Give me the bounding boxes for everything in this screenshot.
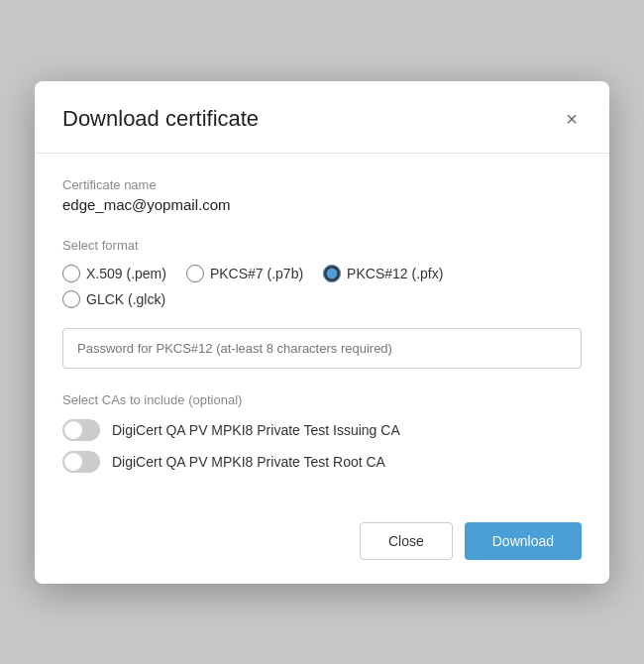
format-option-pkcs7[interactable]: PKCS#7 (.p7b): [186, 265, 303, 282]
modal-overlay: Download certificate × Certificate name …: [0, 0, 644, 664]
ca-1-label: DigiCert QA PV MPKI8 Private Test Issuin…: [112, 422, 400, 438]
format-section: Select format X.509 (.pem) PKCS#7 (.p7b)…: [62, 238, 582, 308]
download-certificate-modal: Download certificate × Certificate name …: [35, 81, 609, 584]
certificate-name-label: Certificate name: [62, 177, 582, 192]
ca-section-label: Select CAs to include (optional): [62, 392, 582, 407]
close-button[interactable]: Close: [360, 522, 453, 560]
format-option-x509[interactable]: X.509 (.pem): [62, 265, 166, 282]
modal-body: Certificate name edge_mac@yopmail.com Se…: [35, 154, 609, 506]
format-option-pkcs7-label: PKCS#7 (.p7b): [210, 266, 303, 281]
radio-pkcs7[interactable]: [186, 265, 204, 282]
certificate-name-value: edge_mac@yopmail.com: [62, 196, 230, 213]
close-icon: ×: [566, 109, 578, 129]
ca-toggle-2-slider: [62, 451, 100, 473]
close-icon-button[interactable]: ×: [562, 105, 582, 133]
ca-toggle-row-2: DigiCert QA PV MPKI8 Private Test Root C…: [62, 451, 582, 473]
password-input[interactable]: [62, 328, 582, 369]
download-button[interactable]: Download: [465, 522, 582, 560]
format-option-x509-label: X.509 (.pem): [86, 266, 166, 281]
format-option-glck-label: GLCK (.glck): [86, 291, 165, 307]
format-option-pkcs12-label: PKCS#12 (.pfx): [347, 266, 443, 281]
radio-pkcs12[interactable]: [323, 265, 341, 282]
ca-toggle-row-1: DigiCert QA PV MPKI8 Private Test Issuin…: [62, 419, 582, 441]
ca-section: Select CAs to include (optional) DigiCer…: [62, 392, 582, 473]
format-option-pkcs12[interactable]: PKCS#12 (.pfx): [323, 265, 443, 282]
modal-footer: Close Download: [35, 506, 609, 584]
ca-toggle-1-slider: [62, 419, 100, 441]
ca-toggle-1[interactable]: [62, 419, 100, 441]
modal-title: Download certificate: [62, 106, 259, 132]
certificate-name-group: Certificate name edge_mac@yopmail.com: [62, 177, 582, 214]
format-label: Select format: [62, 238, 582, 253]
format-radio-group: X.509 (.pem) PKCS#7 (.p7b) PKCS#12 (.pfx…: [62, 265, 582, 308]
format-option-glck[interactable]: GLCK (.glck): [62, 290, 582, 308]
modal-header: Download certificate ×: [35, 81, 609, 154]
radio-glck[interactable]: [62, 290, 80, 308]
radio-x509[interactable]: [62, 265, 80, 282]
ca-toggle-2[interactable]: [62, 451, 100, 473]
password-input-wrap: [62, 328, 582, 369]
ca-2-label: DigiCert QA PV MPKI8 Private Test Root C…: [112, 454, 385, 470]
